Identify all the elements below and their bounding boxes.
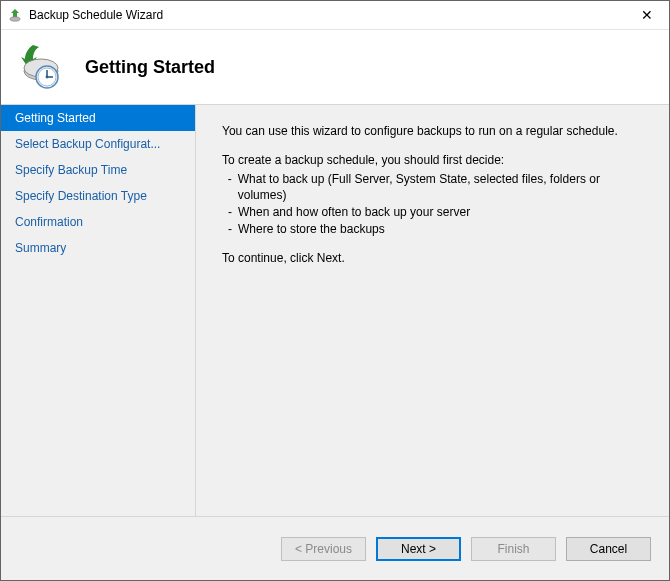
step-label: Specify Backup Time — [15, 163, 127, 177]
close-button[interactable]: ✕ — [624, 1, 669, 29]
page-heading: Getting Started — [85, 57, 215, 78]
wizard-footer: < Previous Next > Finish Cancel — [1, 516, 669, 580]
step-specify-backup-time[interactable]: Specify Backup Time — [1, 157, 195, 183]
wizard-body: Getting Started Select Backup Configurat… — [1, 105, 669, 516]
window-title: Backup Schedule Wizard — [29, 8, 624, 22]
step-specify-destination-type[interactable]: Specify Destination Type — [1, 183, 195, 209]
list-item: -What to back up (Full Server, System St… — [222, 171, 645, 205]
decide-lead: To create a backup schedule, you should … — [222, 152, 645, 169]
steps-sidebar: Getting Started Select Backup Configurat… — [1, 105, 196, 516]
step-label: Confirmation — [15, 215, 83, 229]
step-select-backup-configuration[interactable]: Select Backup Configurat... — [1, 131, 195, 157]
titlebar: Backup Schedule Wizard ✕ — [1, 1, 669, 30]
list-item: -Where to store the backups — [222, 221, 645, 238]
wizard-header: Getting Started — [1, 30, 669, 105]
svg-point-0 — [10, 17, 20, 21]
step-label: Specify Destination Type — [15, 189, 147, 203]
list-item: -When and how often to back up your serv… — [222, 204, 645, 221]
previous-button: < Previous — [281, 537, 366, 561]
wizard-icon — [15, 43, 63, 91]
step-confirmation[interactable]: Confirmation — [1, 209, 195, 235]
next-button[interactable]: Next > — [376, 537, 461, 561]
intro-text: You can use this wizard to configure bac… — [222, 123, 645, 140]
close-icon: ✕ — [641, 8, 653, 22]
cancel-button[interactable]: Cancel — [566, 537, 651, 561]
step-label: Select Backup Configurat... — [15, 137, 160, 151]
step-label: Getting Started — [15, 111, 96, 125]
finish-button: Finish — [471, 537, 556, 561]
decision-list: -What to back up (Full Server, System St… — [222, 171, 645, 238]
content-pane: You can use this wizard to configure bac… — [196, 105, 669, 516]
svg-point-7 — [46, 76, 49, 79]
step-label: Summary — [15, 241, 66, 255]
continue-text: To continue, click Next. — [222, 250, 645, 267]
step-summary[interactable]: Summary — [1, 235, 195, 261]
app-icon — [7, 7, 23, 23]
step-getting-started[interactable]: Getting Started — [1, 105, 195, 131]
